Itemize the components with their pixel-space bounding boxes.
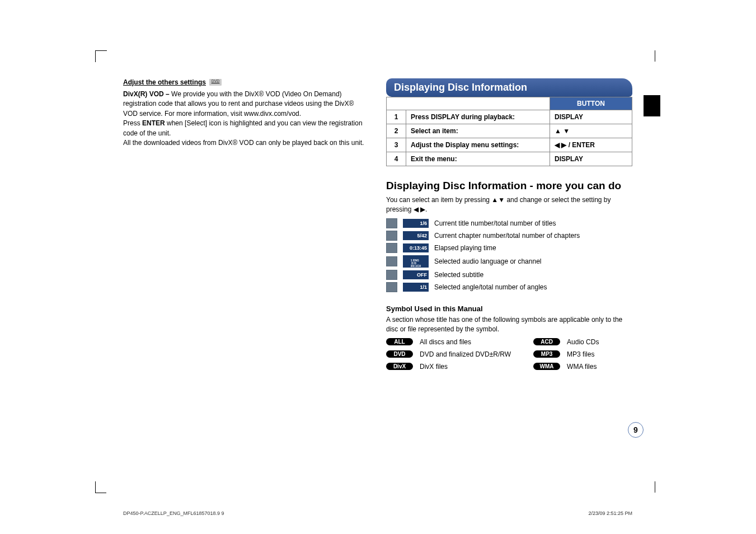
side-tab <box>644 95 660 116</box>
enter-bold: ENTER <box>142 119 165 127</box>
step-desc: Select an item: <box>406 124 550 138</box>
step-desc: Exit the menu: <box>406 152 550 166</box>
tag-mp3: MP3 <box>533 350 560 358</box>
section-heading-adjust-others: Adjust the others settings DVD <box>123 78 369 86</box>
osd-badge: 1 ENG D D 3/2.1CH <box>403 255 429 268</box>
footer-right: 2/23/09 2:51:25 PM <box>588 510 632 516</box>
crop-mark <box>95 481 96 493</box>
osd-badge: 1/1 <box>403 283 429 292</box>
divx-label: DivX(R) VOD – <box>123 90 171 98</box>
tag-text: All discs and files <box>420 338 471 346</box>
tag-wma: WMA <box>533 363 560 370</box>
tag-text: DVD and finalized DVD±R/RW <box>420 350 511 358</box>
tag-text: MP3 files <box>567 350 594 358</box>
list-item: 1 ENG D D 3/2.1CH Selected audio languag… <box>386 255 632 268</box>
tag-dvd: DVD <box>386 350 413 358</box>
crop-mark <box>95 50 107 51</box>
osd-badge: 5/42 <box>403 231 429 240</box>
dvd-icon: DVD <box>209 79 222 86</box>
list-item: 1/6 Current title number/total number of… <box>386 218 632 228</box>
tag-divx: DivX <box>386 363 413 370</box>
list-item: 0:13:45 Elapsed playing time <box>386 243 632 253</box>
step-button: ▲ ▼ <box>550 124 632 138</box>
step-button: ◀ ▶ / ENTER <box>550 138 632 152</box>
step-button: DISPLAY <box>550 152 632 166</box>
osd-badge: OFF <box>403 270 429 279</box>
heading-text: Adjust the others settings <box>123 78 206 86</box>
table-row: 4 Exit the menu: DISPLAY <box>387 152 632 166</box>
osd-text: Selected angle/total number of angles <box>434 283 547 291</box>
list-item: ACD Audio CDs <box>533 338 599 346</box>
tag-text: DivX files <box>420 363 448 371</box>
list-item: DVD DVD and finalized DVD±R/RW <box>386 350 511 358</box>
right-column: Displaying Disc Information BUTTON 1 Pre… <box>386 78 632 371</box>
footer-left: DP450-P.ACZELLP_ENG_MFL61857018.9 9 <box>123 510 224 516</box>
table-row: 1 Press DISPLAY during playback: DISPLAY <box>387 110 632 124</box>
audio-icon <box>386 256 397 266</box>
paragraph-enter: Press ENTER when [Select] icon is highli… <box>123 119 369 138</box>
angle-icon <box>386 282 397 292</box>
panel-cap <box>617 78 632 97</box>
table-row: 2 Select an item: ▲ ▼ <box>387 124 632 138</box>
step-desc: Press DISPLAY during playback: <box>406 110 550 124</box>
osd-text: Elapsed playing time <box>434 244 496 252</box>
chapter-icon <box>386 231 397 241</box>
paragraph-downloaded: All the downloaded videos from DivX® VOD… <box>123 138 369 148</box>
osd-text: Selected audio language or channel <box>434 257 541 265</box>
osd-badge: 1/6 <box>403 219 429 228</box>
list-item: OFF Selected subtitle <box>386 270 632 280</box>
subtitle-icon <box>386 270 397 280</box>
osd-badge: 0:13:45 <box>403 243 429 252</box>
symbol-intro: A section whose title has one of the fol… <box>386 315 632 335</box>
crop-mark <box>655 481 655 493</box>
table-row: 3 Adjust the Display menu settings: ◀ ▶ … <box>387 138 632 152</box>
osd-list: 1/6 Current title number/total number of… <box>386 218 632 292</box>
osd-text: Selected subtitle <box>434 271 483 279</box>
footer: DP450-P.ACZELLP_ENG_MFL61857018.9 9 2/23… <box>123 510 632 516</box>
symbol-heading: Symbol Used in this Manual <box>386 305 632 313</box>
table-header-row: BUTTON <box>387 97 632 110</box>
clock-icon <box>386 243 397 253</box>
step-number: 2 <box>387 124 406 138</box>
enter-prefix: Press <box>123 119 142 127</box>
panel-title: Displaying Disc Information <box>386 78 617 97</box>
more-intro: You can select an item by pressing ▲▼ an… <box>386 195 632 215</box>
tag-all: ALL <box>386 338 413 345</box>
list-item: 5/42 Current chapter number/total number… <box>386 231 632 241</box>
step-number: 4 <box>387 152 406 166</box>
osd-text: Current chapter number/total number of c… <box>434 232 580 240</box>
list-item: DivX DivX files <box>386 363 511 371</box>
crop-mark <box>655 50 655 62</box>
button-column-header: BUTTON <box>550 97 632 110</box>
list-item: 1/1 Selected angle/total number of angle… <box>386 282 632 292</box>
page-content: Adjust the others settings DVD DivX(R) V… <box>123 78 632 371</box>
step-number: 3 <box>387 138 406 152</box>
osd-text: Current title number/total number of tit… <box>434 219 556 227</box>
symbol-legend: ALL All discs and files DVD DVD and fina… <box>386 338 632 371</box>
title-icon <box>386 218 397 228</box>
section-heading-more: Displaying Disc Information - more you c… <box>386 180 632 192</box>
tag-text: WMA files <box>567 363 597 371</box>
left-column: Adjust the others settings DVD DivX(R) V… <box>123 78 369 371</box>
list-item: MP3 MP3 files <box>533 350 599 358</box>
step-button: DISPLAY <box>550 110 632 124</box>
list-item: WMA WMA files <box>533 363 599 371</box>
step-desc: Adjust the Display menu settings: <box>406 138 550 152</box>
list-item: ALL All discs and files <box>386 338 511 346</box>
steps-table: BUTTON 1 Press DISPLAY during playback: … <box>386 97 632 166</box>
step-number: 1 <box>387 110 406 124</box>
page-number: 9 <box>628 422 644 438</box>
paragraph-divx: DivX(R) VOD – We provide you with the Di… <box>123 90 369 119</box>
tag-acd: ACD <box>533 338 560 345</box>
panel-header: Displaying Disc Information <box>386 78 632 97</box>
tag-text: Audio CDs <box>567 338 599 346</box>
